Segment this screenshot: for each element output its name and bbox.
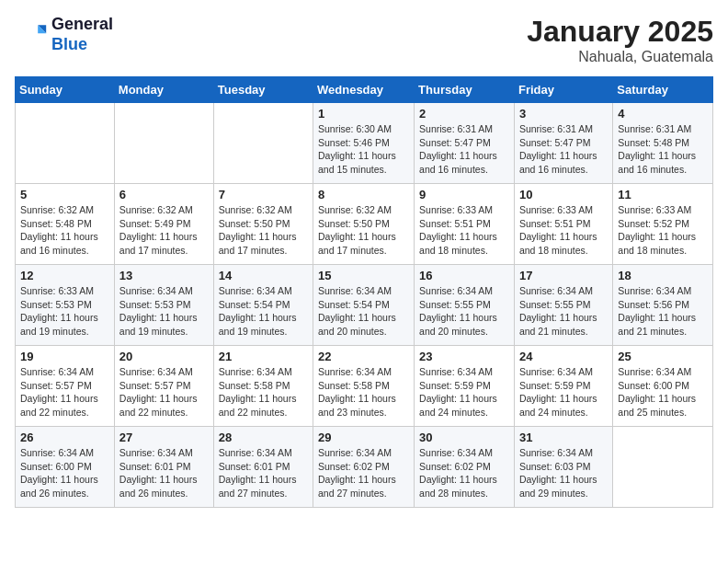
day-cell: 24Sunrise: 6:34 AM Sunset: 5:59 PM Dayli…: [514, 346, 612, 427]
day-cell: 5Sunrise: 6:32 AM Sunset: 5:48 PM Daylig…: [16, 184, 115, 265]
day-info: Sunrise: 6:34 AM Sunset: 5:55 PM Dayligh…: [419, 284, 509, 339]
day-info: Sunrise: 6:34 AM Sunset: 5:54 PM Dayligh…: [219, 284, 308, 339]
day-number: 16: [419, 269, 509, 282]
page-header: General Blue January 2025 Nahuala, Guate…: [15, 15, 713, 65]
day-cell: 20Sunrise: 6:34 AM Sunset: 5:57 PM Dayli…: [114, 346, 213, 427]
day-number: 10: [519, 188, 608, 201]
header-row: SundayMondayTuesdayWednesdayThursdayFrid…: [16, 77, 713, 103]
day-info: Sunrise: 6:34 AM Sunset: 5:56 PM Dayligh…: [618, 284, 708, 339]
day-number: 11: [618, 188, 708, 201]
day-info: Sunrise: 6:34 AM Sunset: 6:02 PM Dayligh…: [419, 446, 509, 500]
day-cell: 18Sunrise: 6:34 AM Sunset: 5:56 PM Dayli…: [613, 265, 713, 346]
day-cell: [613, 427, 713, 508]
calendar-table: SundayMondayTuesdayWednesdayThursdayFrid…: [15, 76, 713, 508]
month-title: January 2025: [527, 15, 713, 49]
day-number: 7: [219, 188, 308, 201]
logo-icon: [15, 18, 48, 52]
day-number: 1: [318, 107, 409, 121]
header-cell-monday: Monday: [114, 77, 213, 103]
day-info: Sunrise: 6:31 AM Sunset: 5:47 PM Dayligh…: [519, 122, 608, 177]
day-number: 25: [618, 350, 708, 363]
day-cell: 1Sunrise: 6:30 AM Sunset: 5:46 PM Daylig…: [313, 103, 415, 184]
day-number: 15: [318, 269, 409, 282]
day-cell: 19Sunrise: 6:34 AM Sunset: 5:57 PM Dayli…: [16, 346, 115, 427]
day-info: Sunrise: 6:34 AM Sunset: 6:01 PM Dayligh…: [119, 446, 209, 500]
day-number: 18: [618, 269, 708, 282]
title-block: January 2025 Nahuala, Guatemala: [527, 15, 713, 65]
header-cell-sunday: Sunday: [16, 77, 115, 103]
logo-line2: Blue: [51, 35, 113, 55]
day-info: Sunrise: 6:34 AM Sunset: 6:00 PM Dayligh…: [618, 365, 708, 419]
day-cell: [114, 103, 213, 184]
day-number: 31: [519, 431, 608, 444]
day-cell: 3Sunrise: 6:31 AM Sunset: 5:47 PM Daylig…: [514, 103, 612, 184]
day-number: 23: [419, 350, 509, 363]
day-info: Sunrise: 6:33 AM Sunset: 5:51 PM Dayligh…: [419, 203, 509, 258]
day-cell: 7Sunrise: 6:32 AM Sunset: 5:50 PM Daylig…: [213, 184, 313, 265]
day-info: Sunrise: 6:32 AM Sunset: 5:50 PM Dayligh…: [318, 203, 409, 258]
day-number: 26: [20, 431, 109, 444]
day-number: 27: [119, 431, 209, 444]
day-info: Sunrise: 6:34 AM Sunset: 5:58 PM Dayligh…: [219, 365, 308, 419]
svg-rect-0: [15, 18, 48, 52]
day-number: 29: [318, 431, 409, 444]
day-info: Sunrise: 6:31 AM Sunset: 5:47 PM Dayligh…: [419, 122, 509, 177]
day-number: 21: [219, 350, 308, 363]
day-info: Sunrise: 6:32 AM Sunset: 5:48 PM Dayligh…: [20, 203, 109, 258]
day-number: 5: [20, 188, 109, 201]
day-cell: [16, 103, 115, 184]
day-info: Sunrise: 6:34 AM Sunset: 5:53 PM Dayligh…: [119, 284, 209, 339]
day-number: 17: [519, 269, 608, 282]
week-row-4: 19Sunrise: 6:34 AM Sunset: 5:57 PM Dayli…: [16, 346, 713, 427]
day-info: Sunrise: 6:32 AM Sunset: 5:50 PM Dayligh…: [219, 203, 308, 258]
day-number: 28: [219, 431, 308, 444]
header-cell-tuesday: Tuesday: [213, 77, 313, 103]
day-number: 6: [119, 188, 209, 201]
header-cell-friday: Friday: [514, 77, 612, 103]
day-number: 24: [519, 350, 608, 363]
day-info: Sunrise: 6:33 AM Sunset: 5:53 PM Dayligh…: [20, 284, 109, 339]
day-cell: 14Sunrise: 6:34 AM Sunset: 5:54 PM Dayli…: [213, 265, 313, 346]
day-number: 12: [20, 269, 109, 282]
day-info: Sunrise: 6:34 AM Sunset: 6:02 PM Dayligh…: [318, 446, 409, 500]
day-cell: 29Sunrise: 6:34 AM Sunset: 6:02 PM Dayli…: [313, 427, 415, 508]
logo: General Blue: [15, 15, 113, 54]
day-info: Sunrise: 6:34 AM Sunset: 5:57 PM Dayligh…: [119, 365, 209, 419]
day-cell: 23Sunrise: 6:34 AM Sunset: 5:59 PM Dayli…: [415, 346, 515, 427]
day-cell: 11Sunrise: 6:33 AM Sunset: 5:52 PM Dayli…: [613, 184, 713, 265]
day-info: Sunrise: 6:30 AM Sunset: 5:46 PM Dayligh…: [318, 122, 409, 177]
week-row-2: 5Sunrise: 6:32 AM Sunset: 5:48 PM Daylig…: [16, 184, 713, 265]
logo-line1: General: [51, 15, 113, 35]
day-number: 13: [119, 269, 209, 282]
day-info: Sunrise: 6:33 AM Sunset: 5:52 PM Dayligh…: [618, 203, 708, 258]
day-number: 3: [519, 107, 608, 121]
day-number: 2: [419, 107, 509, 121]
day-info: Sunrise: 6:34 AM Sunset: 5:59 PM Dayligh…: [519, 365, 608, 419]
header-cell-thursday: Thursday: [415, 77, 515, 103]
day-cell: 25Sunrise: 6:34 AM Sunset: 6:00 PM Dayli…: [613, 346, 713, 427]
day-number: 4: [618, 107, 708, 121]
day-cell: 31Sunrise: 6:34 AM Sunset: 6:03 PM Dayli…: [514, 427, 612, 508]
day-cell: 16Sunrise: 6:34 AM Sunset: 5:55 PM Dayli…: [415, 265, 515, 346]
header-cell-saturday: Saturday: [613, 77, 713, 103]
day-number: 20: [119, 350, 209, 363]
day-info: Sunrise: 6:33 AM Sunset: 5:51 PM Dayligh…: [519, 203, 608, 258]
day-cell: 27Sunrise: 6:34 AM Sunset: 6:01 PM Dayli…: [114, 427, 213, 508]
day-cell: 9Sunrise: 6:33 AM Sunset: 5:51 PM Daylig…: [415, 184, 515, 265]
day-info: Sunrise: 6:34 AM Sunset: 5:59 PM Dayligh…: [419, 365, 509, 419]
day-info: Sunrise: 6:34 AM Sunset: 5:54 PM Dayligh…: [318, 284, 409, 339]
week-row-1: 1Sunrise: 6:30 AM Sunset: 5:46 PM Daylig…: [16, 103, 713, 184]
location: Nahuala, Guatemala: [527, 49, 713, 65]
day-info: Sunrise: 6:34 AM Sunset: 5:57 PM Dayligh…: [20, 365, 109, 419]
header-cell-wednesday: Wednesday: [313, 77, 415, 103]
day-info: Sunrise: 6:34 AM Sunset: 6:01 PM Dayligh…: [219, 446, 308, 500]
week-row-3: 12Sunrise: 6:33 AM Sunset: 5:53 PM Dayli…: [16, 265, 713, 346]
day-cell: 10Sunrise: 6:33 AM Sunset: 5:51 PM Dayli…: [514, 184, 612, 265]
day-cell: 30Sunrise: 6:34 AM Sunset: 6:02 PM Dayli…: [415, 427, 515, 508]
day-cell: 28Sunrise: 6:34 AM Sunset: 6:01 PM Dayli…: [213, 427, 313, 508]
day-cell: 26Sunrise: 6:34 AM Sunset: 6:00 PM Dayli…: [16, 427, 115, 508]
day-info: Sunrise: 6:34 AM Sunset: 5:55 PM Dayligh…: [519, 284, 608, 339]
day-number: 30: [419, 431, 509, 444]
day-cell: 22Sunrise: 6:34 AM Sunset: 5:58 PM Dayli…: [313, 346, 415, 427]
day-info: Sunrise: 6:34 AM Sunset: 6:03 PM Dayligh…: [519, 446, 608, 500]
